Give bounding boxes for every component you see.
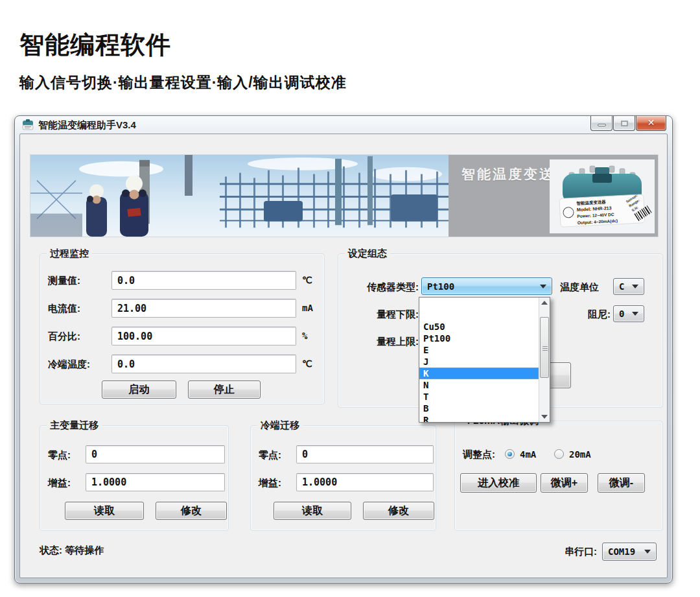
measured-value-unit: ℃ (302, 275, 312, 285)
dropdown-item-j[interactable]: J (419, 356, 539, 368)
page-title: 智能编程软件 (19, 29, 171, 62)
percent-unit: % (302, 331, 307, 341)
pv-modify-button[interactable]: 修改 (156, 502, 227, 520)
minimize-button[interactable] (590, 116, 612, 131)
status-label: 状态: (40, 544, 62, 556)
dropdown-scrollbar[interactable] (539, 298, 550, 422)
chevron-up-icon (541, 301, 548, 305)
banner: 智能温度变送器 (30, 154, 659, 237)
chevron-down-icon (632, 285, 638, 288)
group-title: 过程监控 (47, 248, 92, 260)
sensor-type-value: Pt100 (422, 281, 537, 292)
dropdown-item-b[interactable]: B (419, 403, 539, 414)
pv-gain-input[interactable] (86, 473, 225, 491)
measured-value-input[interactable] (111, 271, 296, 290)
cj-read-button[interactable]: 读取 (274, 502, 351, 520)
gain-label: 增益: (48, 477, 71, 489)
dropdown-item-t[interactable]: T (419, 391, 539, 403)
current-value-label: 电流值: (48, 303, 80, 315)
gain-label: 增益: (259, 477, 281, 489)
trim-minus-button[interactable]: 微调- (598, 473, 645, 493)
close-button[interactable]: ✕ (636, 116, 666, 131)
damping-combobox[interactable]: 0 (613, 305, 644, 322)
cold-junction-temp-unit: ℃ (302, 358, 312, 369)
trim-plus-button[interactable]: 微调+ (541, 473, 588, 493)
temp-unit-label: 温度单位 (560, 281, 599, 294)
serial-port-label: 串行口: (542, 546, 597, 558)
serial-port-value: COM19 (603, 546, 642, 557)
stop-button[interactable]: 停止 (188, 380, 261, 399)
radio-4ma[interactable] (505, 449, 515, 459)
range-high-label: 量程上限: (342, 336, 419, 348)
damping-value: 0 (614, 309, 629, 319)
sensor-type-dropdown: Cu50 Pt100 E J K N T B R (419, 297, 550, 423)
pv-zero-input[interactable] (86, 445, 225, 463)
start-button[interactable]: 启动 (102, 380, 176, 399)
adjust-point-label: 调整点: (463, 449, 495, 461)
chevron-down-icon (644, 550, 651, 554)
dropdown-item-r[interactable]: R (419, 414, 539, 422)
measured-value-label: 测量值: (48, 275, 80, 287)
damping-label: 阻尼: (570, 309, 611, 321)
pv-shift-group: 主变量迁移 零点: 增益: 读取 修改 (40, 425, 229, 531)
cold-junction-shift-group: 冷端迁移 零点: 增益: 读取 修改 (250, 425, 436, 531)
sensor-type-combobox[interactable]: Pt100 (421, 277, 552, 295)
close-icon: ✕ (636, 117, 666, 128)
chevron-down-icon (632, 312, 638, 316)
dropdown-item-e[interactable]: E (419, 344, 539, 356)
scrollbar-grip (542, 346, 548, 351)
dropdown-item[interactable] (419, 309, 539, 321)
sensor-type-options: Cu50 Pt100 E J K N T B R (419, 298, 539, 422)
radio-20ma[interactable] (554, 449, 564, 459)
window-content: 智能温度变送器 (19, 134, 668, 578)
dropdown-item-pt100[interactable]: Pt100 (419, 333, 539, 344)
group-title: 主变量迁移 (47, 419, 102, 432)
range-low-label: 量程下限: (342, 309, 419, 321)
chevron-down-icon (540, 285, 546, 288)
radio-20ma-label[interactable]: 20mA (569, 449, 591, 460)
enter-calibration-button[interactable]: 进入校准 (460, 473, 537, 493)
dropdown-item-k-selected[interactable]: K (419, 368, 539, 379)
temp-unit-value: C (614, 281, 629, 292)
transmitter-app-icon (21, 119, 34, 132)
minimize-icon (598, 124, 606, 126)
window-title: 智能温变编程助手V3.4 (38, 119, 136, 132)
pv-read-button[interactable]: 读取 (65, 502, 144, 520)
dropdown-item-n[interactable]: N (419, 379, 539, 391)
radio-4ma-label[interactable]: 4mA (520, 449, 536, 460)
cold-junction-temp-label: 冷端温度: (48, 358, 90, 371)
scroll-down-button[interactable] (539, 412, 550, 422)
window-controls: ✕ (590, 116, 666, 131)
scrollbar-thumb[interactable] (540, 317, 549, 378)
cold-junction-temp-input[interactable] (111, 355, 296, 373)
dropdown-item-cu50[interactable]: Cu50 (419, 321, 539, 333)
zero-label: 零点: (259, 449, 281, 462)
app-window: 智能温变编程助手V3.4 ✕ (14, 115, 673, 583)
chevron-down-icon (541, 415, 548, 419)
scroll-up-button[interactable] (539, 298, 550, 308)
serial-port-combobox[interactable]: COM19 (602, 543, 657, 561)
page-subtitle: 输入信号切换·输出量程设置·输入/输出调试校准 (19, 73, 347, 93)
banner-right-panel: 智能温度变送器 (449, 155, 658, 237)
title-bar[interactable]: 智能温变编程助手V3.4 ✕ (15, 116, 672, 134)
status-text: 状态: 等待操作 (40, 544, 104, 557)
percent-input[interactable] (111, 327, 296, 345)
group-title: 冷端迁移 (257, 419, 303, 432)
group-title: 设定组态 (345, 248, 390, 260)
cj-gain-input[interactable] (296, 473, 434, 491)
dropdown-item[interactable] (419, 298, 539, 309)
cj-modify-button[interactable]: 修改 (363, 502, 434, 520)
transmitter-product-image: 智能温度变送器 Model: NHR-213 Power: 12~40V DC … (550, 159, 655, 233)
output-trim-group: 4-20mA输出微调 调整点: 4mA 20mA 进入校准 微调+ 微调- (454, 421, 663, 531)
industrial-plant-photo (30, 155, 449, 237)
percent-label: 百分比: (48, 331, 80, 343)
current-value-input[interactable] (111, 299, 296, 318)
maximize-icon (621, 121, 628, 126)
zero-label: 零点: (48, 449, 71, 462)
sensor-type-label: 传感器类型: (342, 281, 419, 294)
cj-zero-input[interactable] (296, 445, 434, 463)
current-value-unit: mA (302, 303, 313, 313)
maximize-button[interactable] (613, 116, 635, 131)
temp-unit-combobox[interactable]: C (613, 278, 644, 295)
status-value: 等待操作 (65, 544, 104, 556)
